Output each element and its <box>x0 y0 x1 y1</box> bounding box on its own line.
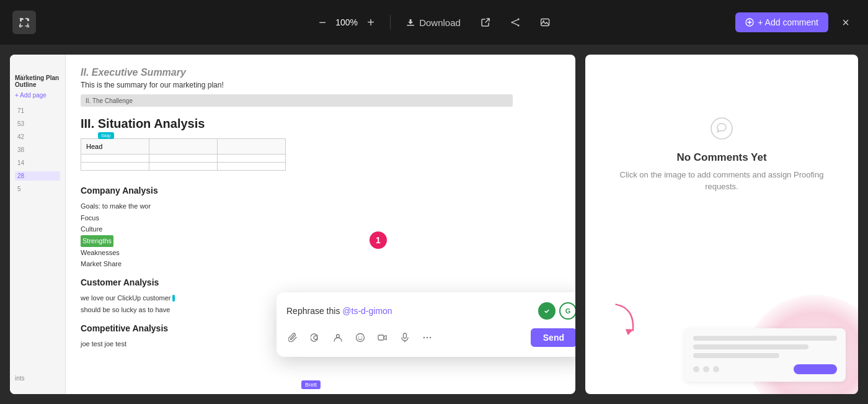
image-icon <box>540 17 550 27</box>
situation-analysis-heading: III. Situation Analysis <box>81 117 560 131</box>
list-item: Focus <box>81 212 560 224</box>
expand-button[interactable] <box>12 11 36 34</box>
image-button[interactable] <box>535 12 555 32</box>
proof-line-med <box>693 344 808 349</box>
page-num-71[interactable]: 71 <box>15 106 60 115</box>
attachment-button[interactable] <box>286 331 300 344</box>
svg-point-20 <box>361 336 363 338</box>
comment-toolbar: Send <box>286 328 575 347</box>
comment-icons: G <box>538 302 575 320</box>
zoom-controls: − 100% + <box>313 13 380 32</box>
dots-menu[interactable]: ··· <box>20 70 27 79</box>
highlight-badge <box>172 295 175 302</box>
no-comments-icon <box>711 117 733 144</box>
page-num-5[interactable]: 5 <box>15 184 60 194</box>
plus-icon: + <box>367 16 374 30</box>
proof-card-lines <box>693 336 837 358</box>
list-item: Culture <box>81 223 560 235</box>
attachment-icon <box>288 333 298 343</box>
no-comments-desc: Click on the image to add comments and a… <box>604 169 839 193</box>
page-num-53[interactable]: 53 <box>15 119 60 128</box>
document-table: Head <box>81 138 286 171</box>
rephrase-prefix: Rephrase this <box>286 306 342 316</box>
company-analysis-list: Goals: to make the wor Focus Culture Str… <box>81 200 560 270</box>
table-row <box>81 155 286 163</box>
table-cell <box>81 163 149 171</box>
share-icon <box>510 17 520 27</box>
add-comment-button[interactable]: + Add comment <box>735 12 828 32</box>
add-comment-label: + Add comment <box>758 17 818 27</box>
svg-rect-7 <box>27 24 29 27</box>
svg-rect-22 <box>404 333 407 338</box>
zoom-in-button[interactable]: + <box>361 13 380 32</box>
proof-line-short <box>693 353 779 358</box>
proof-arrow <box>598 297 647 349</box>
chat-icon <box>711 117 733 140</box>
page-num-14[interactable]: 14 <box>15 158 60 168</box>
svg-point-24 <box>423 337 425 338</box>
download-label: Download <box>419 17 461 28</box>
minus-icon: − <box>319 16 326 30</box>
comment-popup: Rephrase this @ts-d-gimon G <box>277 292 575 357</box>
table-header-3 <box>218 139 286 155</box>
add-page-link[interactable]: + Add page <box>15 92 60 99</box>
customer-analysis-heading: Customer Analysis <box>81 277 560 287</box>
video-icon <box>378 333 388 343</box>
document-viewer: ··· Marketing Plan Outline + Add page 71… <box>10 55 575 394</box>
grammarly-icon-2[interactable]: G <box>559 302 575 320</box>
toolbar: − 100% + Download <box>0 0 868 45</box>
svg-point-11 <box>511 22 513 24</box>
summary-text: This is the summary for our marketing pl… <box>81 81 560 89</box>
svg-rect-1 <box>20 18 21 21</box>
table-cell <box>218 163 286 171</box>
svg-rect-5 <box>20 25 23 27</box>
toolbar-center: − 100% + Download <box>313 12 555 32</box>
zoom-out-button[interactable]: − <box>313 13 332 32</box>
toolbar-separator <box>390 15 391 30</box>
send-button[interactable]: Send <box>531 328 575 347</box>
list-item: Goals: to make the wor <box>81 200 560 212</box>
table-row <box>81 163 286 171</box>
list-item: Strengths <box>81 235 113 247</box>
svg-point-26 <box>430 337 431 338</box>
page-num-38[interactable]: 38 <box>15 145 60 155</box>
mic-icon <box>400 333 410 343</box>
open-external-button[interactable] <box>476 12 495 32</box>
close-icon: × <box>842 16 849 30</box>
brett-badge: Brett <box>301 380 321 389</box>
svg-rect-3 <box>27 18 29 21</box>
comment-text-row: Rephrase this @ts-d-gimon G <box>286 302 575 320</box>
mention-button[interactable] <box>309 331 322 344</box>
close-button[interactable]: × <box>836 12 856 32</box>
page-sidebar: ··· Marketing Plan Outline + Add page 71… <box>10 55 66 394</box>
svg-rect-21 <box>378 335 384 340</box>
proofing-illustration <box>585 243 858 395</box>
list-item: Market Share <box>81 258 560 270</box>
add-comment-icon <box>745 18 754 27</box>
sidebar-label: ints <box>15 375 25 382</box>
mic-button[interactable] <box>398 331 412 344</box>
assignee-icon <box>333 333 343 343</box>
table-header-1: Head <box>81 139 149 155</box>
comment-text: Rephrase this @ts-d-gimon <box>286 305 392 316</box>
more-button[interactable] <box>420 331 434 344</box>
table-header-2 <box>149 139 218 155</box>
grammarly-icon-1[interactable] <box>538 302 556 320</box>
download-button[interactable]: Download <box>401 14 466 32</box>
annotation-badge-1[interactable]: 1 <box>370 231 387 249</box>
video-button[interactable] <box>376 331 389 344</box>
page-num-42[interactable]: 42 <box>15 132 60 141</box>
list-item: Weaknesses <box>81 247 560 259</box>
download-icon <box>405 17 415 27</box>
emoji-button[interactable] <box>353 331 367 344</box>
share-button[interactable] <box>505 12 525 32</box>
assignee-button[interactable] <box>331 331 345 344</box>
svg-point-25 <box>427 337 428 338</box>
svg-point-10 <box>517 25 519 27</box>
svg-rect-8 <box>407 25 414 26</box>
section-header: II. Executive Summary <box>81 67 560 78</box>
zoom-value: 100% <box>335 17 358 27</box>
page-num-28[interactable]: 28 <box>15 171 60 181</box>
more-icon <box>422 333 432 343</box>
proof-dots-row <box>693 364 837 374</box>
